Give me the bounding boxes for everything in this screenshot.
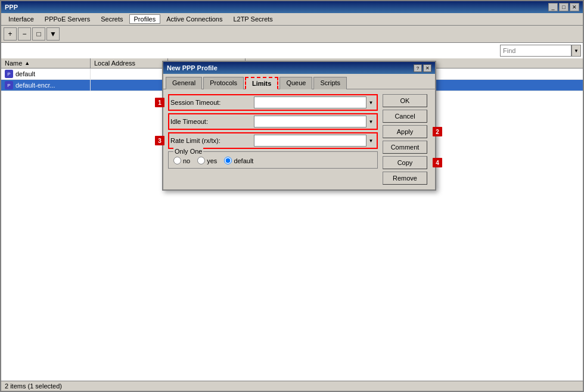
- maximize-btn[interactable]: □: [559, 3, 569, 11]
- radio-default-label: default: [224, 157, 253, 164]
- copy-toolbar-button[interactable]: □: [32, 27, 45, 41]
- status-text: 2 items (1 selected): [5, 382, 62, 390]
- dialog-title-bar: New PPP Profile ? ✕: [163, 62, 435, 74]
- row-cell-name: P default: [1, 69, 91, 79]
- find-dropdown[interactable]: ▼: [571, 45, 581, 57]
- menu-bar: Interface PPPoE Servers Secrets Profiles…: [1, 13, 583, 26]
- new-ppp-profile-dialog: New PPP Profile ? ✕ General Protocols Li…: [162, 61, 436, 191]
- toolbar: + − □ ▼: [1, 26, 583, 43]
- idle-timeout-select[interactable]: [254, 116, 375, 127]
- session-timeout-row: 1 Session Timeout: ▼: [168, 94, 378, 111]
- status-bar: 2 items (1 selected): [1, 381, 583, 391]
- sort-arrow: ▲: [24, 60, 30, 66]
- col-header-name[interactable]: Name ▲: [1, 58, 91, 68]
- only-one-label: Only One: [173, 148, 203, 155]
- idle-timeout-label: Idle Timeout:: [170, 118, 254, 125]
- dialog-tabs: General Protocols Limits Queue Scripts: [163, 74, 435, 89]
- radio-yes-label: yes: [197, 157, 217, 164]
- idle-timeout-field-wrapper: Idle Timeout: ▼: [168, 113, 378, 130]
- remove-button[interactable]: Remove: [383, 172, 427, 185]
- window-title: PPP: [5, 4, 18, 11]
- radio-no[interactable]: [173, 157, 181, 164]
- radio-yes[interactable]: [197, 157, 205, 164]
- badge-3: 3: [155, 136, 164, 145]
- menu-pppoe-servers[interactable]: PPPoE Servers: [40, 14, 95, 24]
- dialog-help-btn[interactable]: ?: [414, 64, 422, 72]
- menu-l2tp-secrets[interactable]: L2TP Secrets: [228, 14, 277, 24]
- row-icon: P: [5, 70, 13, 78]
- session-timeout-select-wrapper: ▼: [254, 97, 375, 108]
- add-button[interactable]: +: [4, 27, 17, 41]
- copy-btn-container: Copy 4: [383, 156, 430, 169]
- find-bar: ▼: [498, 43, 583, 58]
- cancel-button[interactable]: Cancel: [383, 110, 427, 123]
- col-header-local[interactable]: Local Address: [91, 58, 168, 68]
- row2-cell-name: P default-encr...: [1, 80, 91, 91]
- row-cell-local: [91, 69, 168, 79]
- radio-default[interactable]: [224, 157, 232, 164]
- menu-secrets[interactable]: Secrets: [96, 14, 128, 24]
- main-window: PPP _ □ ✕ Interface PPPoE Servers Secret…: [0, 0, 584, 392]
- close-btn[interactable]: ✕: [570, 3, 579, 11]
- table-area: ▼ Name ▲ Local Address Remote Address P …: [1, 43, 583, 381]
- apply-button[interactable]: Apply: [383, 125, 427, 138]
- rate-limit-row: 3 Rate Limit (rx/tx): ▼: [168, 132, 378, 149]
- remove-toolbar-button[interactable]: −: [18, 27, 31, 41]
- menu-interface[interactable]: Interface: [4, 14, 39, 24]
- copy-button[interactable]: Copy: [383, 156, 427, 169]
- rate-limit-select-wrapper: ▼: [254, 135, 375, 147]
- dialog-title: New PPP Profile: [167, 64, 218, 71]
- filter-button[interactable]: ▼: [46, 27, 60, 41]
- dialog-actions: OK Cancel Apply 2 Comment Copy: [383, 94, 430, 185]
- apply-btn-container: Apply 2: [383, 125, 430, 138]
- tab-limits[interactable]: Limits: [245, 77, 278, 89]
- tab-queue[interactable]: Queue: [279, 77, 312, 89]
- tab-protocols[interactable]: Protocols: [203, 77, 244, 89]
- menu-active-connections[interactable]: Active Connections: [161, 14, 227, 24]
- title-bar-buttons: _ □ ✕: [548, 3, 579, 11]
- idle-timeout-row: Idle Timeout: ▼: [168, 113, 378, 130]
- session-timeout-label: Session Timeout:: [170, 99, 254, 106]
- session-timeout-field-wrapper: Session Timeout: ▼: [168, 94, 378, 111]
- row2-cell-local: [91, 80, 168, 91]
- idle-timeout-select-wrapper: ▼: [254, 116, 375, 127]
- row2-icon: P: [5, 81, 13, 89]
- tab-general[interactable]: General: [166, 77, 202, 89]
- menu-profiles[interactable]: Profiles: [129, 14, 161, 24]
- dialog-title-buttons: ? ✕: [414, 64, 431, 72]
- badge-2-container: 2: [433, 127, 442, 136]
- badge-4-container: 4: [433, 158, 442, 167]
- rate-limit-label: Rate Limit (rx/tx):: [170, 137, 254, 144]
- radio-group: no yes default: [173, 154, 372, 164]
- find-input[interactable]: [500, 45, 571, 57]
- title-bar: PPP _ □ ✕: [1, 1, 583, 13]
- ok-button[interactable]: OK: [383, 94, 427, 107]
- badge-1: 1: [155, 98, 164, 107]
- radio-no-label: no: [173, 157, 190, 164]
- rate-limit-field-wrapper: Rate Limit (rx/tx): ▼: [168, 132, 378, 149]
- only-one-section: Only One no yes: [168, 151, 378, 169]
- tab-scripts[interactable]: Scripts: [313, 77, 347, 89]
- session-timeout-select[interactable]: [254, 97, 375, 108]
- rate-limit-select[interactable]: [254, 135, 375, 147]
- dialog-close-btn[interactable]: ✕: [423, 64, 431, 72]
- minimize-btn[interactable]: _: [548, 3, 558, 11]
- dialog-content: 1 Session Timeout: ▼: [168, 94, 378, 185]
- comment-button[interactable]: Comment: [383, 141, 427, 154]
- dialog-body: 1 Session Timeout: ▼: [163, 89, 435, 189]
